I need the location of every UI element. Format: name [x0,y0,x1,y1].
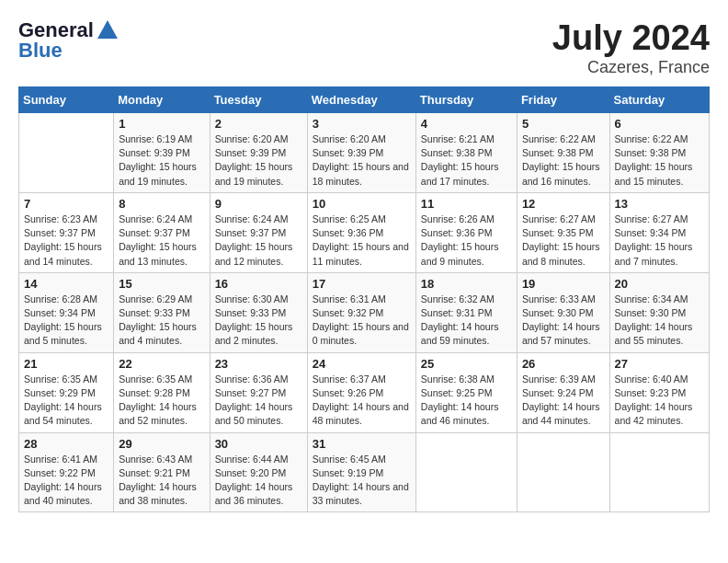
day-cell: 23Sunrise: 6:36 AMSunset: 9:27 PMDayligh… [210,352,307,432]
day-cell: 10Sunrise: 6:25 AMSunset: 9:36 PMDayligh… [307,192,415,272]
day-cell: 19Sunrise: 6:33 AMSunset: 9:30 PMDayligh… [517,272,609,352]
day-info: Sunrise: 6:31 AMSunset: 9:32 PMDaylight:… [313,293,411,349]
day-cell [19,113,114,193]
header-tuesday: Tuesday [210,87,307,113]
svg-marker-0 [97,20,118,39]
day-number: 22 [119,357,204,371]
day-info: Sunrise: 6:22 AMSunset: 9:38 PMDaylight:… [615,132,704,189]
day-cell: 31Sunrise: 6:45 AMSunset: 9:19 PMDayligh… [307,432,415,512]
day-info: Sunrise: 6:37 AMSunset: 9:26 PMDaylight:… [313,373,411,429]
day-info: Sunrise: 6:40 AMSunset: 9:23 PMDaylight:… [615,373,704,429]
page-header: General Blue July 2024 Cazeres, France [18,18,710,77]
day-info: Sunrise: 6:38 AMSunset: 9:25 PMDaylight:… [421,373,512,429]
day-number: 21 [24,357,108,371]
day-number: 11 [421,197,512,211]
day-info: Sunrise: 6:21 AMSunset: 9:38 PMDaylight:… [421,132,512,189]
logo-icon [96,18,119,42]
week-row-3: 21Sunrise: 6:35 AMSunset: 9:29 PMDayligh… [19,352,710,432]
day-cell: 12Sunrise: 6:27 AMSunset: 9:35 PMDayligh… [517,192,609,272]
day-number: 29 [119,437,204,451]
day-number: 12 [522,197,605,211]
day-number: 25 [421,357,512,371]
day-info: Sunrise: 6:23 AMSunset: 9:37 PMDaylight:… [24,213,108,269]
day-number: 9 [215,197,302,211]
day-number: 4 [421,117,512,131]
day-number: 31 [313,437,411,451]
day-cell [609,432,709,512]
day-cell: 28Sunrise: 6:41 AMSunset: 9:22 PMDayligh… [19,432,114,512]
day-number: 6 [615,117,704,131]
day-number: 8 [119,197,204,211]
month-year: July 2024 [552,18,710,58]
day-cell [517,432,609,512]
day-info: Sunrise: 6:36 AMSunset: 9:27 PMDaylight:… [215,373,302,429]
day-info: Sunrise: 6:25 AMSunset: 9:36 PMDaylight:… [313,213,411,269]
day-cell: 6Sunrise: 6:22 AMSunset: 9:38 PMDaylight… [609,113,709,193]
day-info: Sunrise: 6:24 AMSunset: 9:37 PMDaylight:… [119,213,204,269]
day-cell: 5Sunrise: 6:22 AMSunset: 9:38 PMDaylight… [517,113,609,193]
day-info: Sunrise: 6:28 AMSunset: 9:34 PMDaylight:… [24,293,108,349]
day-info: Sunrise: 6:43 AMSunset: 9:21 PMDaylight:… [119,453,204,509]
day-cell: 20Sunrise: 6:34 AMSunset: 9:30 PMDayligh… [609,272,709,352]
day-info: Sunrise: 6:35 AMSunset: 9:28 PMDaylight:… [119,373,204,429]
day-number: 17 [313,277,411,291]
day-cell: 9Sunrise: 6:24 AMSunset: 9:37 PMDaylight… [210,192,307,272]
day-number: 14 [24,277,108,291]
day-info: Sunrise: 6:30 AMSunset: 9:33 PMDaylight:… [215,293,302,349]
day-info: Sunrise: 6:19 AMSunset: 9:39 PMDaylight:… [119,132,204,189]
day-cell: 14Sunrise: 6:28 AMSunset: 9:34 PMDayligh… [19,272,114,352]
day-cell: 11Sunrise: 6:26 AMSunset: 9:36 PMDayligh… [415,192,517,272]
logo: General Blue [18,18,121,63]
header-monday: Monday [114,87,210,113]
title-block: July 2024 Cazeres, France [552,18,710,77]
header-friday: Friday [517,87,609,113]
day-number: 3 [313,117,411,131]
day-cell: 22Sunrise: 6:35 AMSunset: 9:28 PMDayligh… [114,352,210,432]
week-row-1: 7Sunrise: 6:23 AMSunset: 9:37 PMDaylight… [19,192,710,272]
day-cell: 3Sunrise: 6:20 AMSunset: 9:39 PMDaylight… [307,113,415,193]
header-sunday: Sunday [19,87,114,113]
day-number: 18 [421,277,512,291]
day-cell: 1Sunrise: 6:19 AMSunset: 9:39 PMDaylight… [114,113,210,193]
day-cell: 21Sunrise: 6:35 AMSunset: 9:29 PMDayligh… [19,352,114,432]
day-info: Sunrise: 6:22 AMSunset: 9:38 PMDaylight:… [522,132,605,189]
day-number: 7 [24,197,108,211]
day-info: Sunrise: 6:45 AMSunset: 9:19 PMDaylight:… [313,453,411,509]
calendar-table: SundayMondayTuesdayWednesdayThursdayFrid… [18,86,710,512]
day-cell: 26Sunrise: 6:39 AMSunset: 9:24 PMDayligh… [517,352,609,432]
day-number: 10 [313,197,411,211]
week-row-4: 28Sunrise: 6:41 AMSunset: 9:22 PMDayligh… [19,432,710,512]
day-cell: 15Sunrise: 6:29 AMSunset: 9:33 PMDayligh… [114,272,210,352]
day-number: 2 [215,117,302,131]
day-number: 5 [522,117,605,131]
day-info: Sunrise: 6:29 AMSunset: 9:33 PMDaylight:… [119,293,204,349]
day-cell: 27Sunrise: 6:40 AMSunset: 9:23 PMDayligh… [609,352,709,432]
day-cell: 25Sunrise: 6:38 AMSunset: 9:25 PMDayligh… [415,352,517,432]
header-saturday: Saturday [609,87,709,113]
day-info: Sunrise: 6:20 AMSunset: 9:39 PMDaylight:… [215,132,302,189]
day-cell: 30Sunrise: 6:44 AMSunset: 9:20 PMDayligh… [210,432,307,512]
week-row-0: 1Sunrise: 6:19 AMSunset: 9:39 PMDaylight… [19,113,710,193]
day-cell: 7Sunrise: 6:23 AMSunset: 9:37 PMDaylight… [19,192,114,272]
day-info: Sunrise: 6:27 AMSunset: 9:34 PMDaylight:… [615,213,704,269]
day-cell: 24Sunrise: 6:37 AMSunset: 9:26 PMDayligh… [307,352,415,432]
location: Cazeres, France [552,58,710,77]
day-number: 26 [522,357,605,371]
header-row: SundayMondayTuesdayWednesdayThursdayFrid… [19,87,710,113]
day-cell: 8Sunrise: 6:24 AMSunset: 9:37 PMDaylight… [114,192,210,272]
header-wednesday: Wednesday [307,87,415,113]
day-info: Sunrise: 6:33 AMSunset: 9:30 PMDaylight:… [522,293,605,349]
day-number: 30 [215,437,302,451]
day-number: 16 [215,277,302,291]
day-cell: 16Sunrise: 6:30 AMSunset: 9:33 PMDayligh… [210,272,307,352]
day-cell: 29Sunrise: 6:43 AMSunset: 9:21 PMDayligh… [114,432,210,512]
day-cell: 4Sunrise: 6:21 AMSunset: 9:38 PMDaylight… [415,113,517,193]
day-number: 24 [313,357,411,371]
day-info: Sunrise: 6:32 AMSunset: 9:31 PMDaylight:… [421,293,512,349]
day-cell: 17Sunrise: 6:31 AMSunset: 9:32 PMDayligh… [307,272,415,352]
day-cell [415,432,517,512]
day-info: Sunrise: 6:35 AMSunset: 9:29 PMDaylight:… [24,373,108,429]
day-info: Sunrise: 6:27 AMSunset: 9:35 PMDaylight:… [522,213,605,269]
day-cell: 18Sunrise: 6:32 AMSunset: 9:31 PMDayligh… [415,272,517,352]
day-number: 15 [119,277,204,291]
